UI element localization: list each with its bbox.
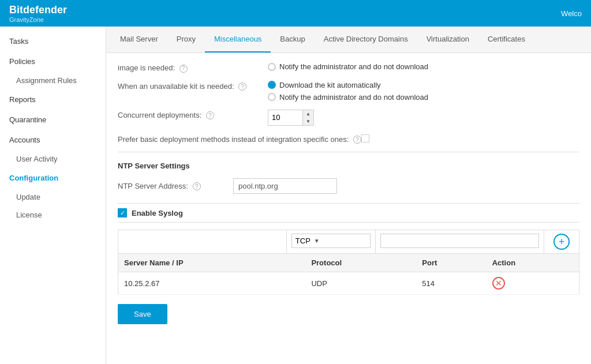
- syslog-add-row: TCP ▼ +: [118, 230, 579, 254]
- prefer-basic-label: Prefer basic deployment methods instead …: [118, 134, 361, 144]
- tabs-bar: Mail Server Proxy Miscellaneous Backup A…: [106, 27, 591, 53]
- download-auto-label: Download the kit automatically: [279, 81, 381, 89]
- save-button[interactable]: Save: [118, 304, 167, 324]
- enable-syslog-row: ✓ Enable Syslog: [118, 203, 579, 223]
- col-port: Port: [416, 254, 486, 272]
- table-row: 10.25.2.67 UDP 514 ✕: [118, 272, 579, 295]
- radio-notify-2[interactable]: [268, 93, 276, 101]
- sidebar: Tasks Policies Assignment Rules Reports …: [0, 27, 106, 364]
- col-server-ip: Server Name / IP: [118, 254, 306, 272]
- tab-proxy[interactable]: Proxy: [167, 27, 205, 52]
- syslog-port-add-cell: [376, 230, 544, 253]
- ntp-server-row: NTP Server Address: ?: [118, 178, 579, 194]
- row-server-ip: 10.25.2.67: [118, 272, 306, 295]
- tab-active-directory[interactable]: Active Directory Domains: [315, 27, 417, 52]
- ntp-section-title: NTP Server Settings: [118, 162, 579, 170]
- row-protocol: UDP: [305, 272, 416, 295]
- sidebar-item-update[interactable]: Update: [0, 188, 106, 206]
- unavailable-image-row: image is needed: ? Notify the administra…: [118, 62, 579, 73]
- concurrent-deployments-row: Concurrent deployments: ? ▲ ▼: [118, 110, 579, 126]
- syslog-label: Enable Syslog: [132, 209, 183, 217]
- sidebar-item-user-activity[interactable]: User Activity: [0, 150, 106, 168]
- prefer-basic-checkbox[interactable]: [361, 134, 369, 142]
- sidebar-item-policies[interactable]: Policies: [0, 51, 106, 72]
- tab-backup[interactable]: Backup: [271, 27, 314, 52]
- form-content: image is needed: ? Notify the administra…: [106, 53, 591, 364]
- row-action: ✕: [487, 272, 579, 295]
- brand-sub: GravityZone: [9, 16, 67, 23]
- concurrent-deployments-label: Concurrent deployments: ?: [118, 110, 268, 120]
- section-divider-ntp: [118, 152, 579, 152]
- notify-no-download-2-label: Notify the administrator and do not down…: [279, 93, 428, 102]
- spinner-down[interactable]: ▼: [303, 118, 313, 125]
- tab-mail-server[interactable]: Mail Server: [111, 27, 167, 52]
- col-action: Action: [487, 254, 579, 272]
- notify-no-download-1-option[interactable]: Notify the administrator and do not down…: [268, 62, 428, 71]
- prefer-basic-checkbox-wrapper[interactable]: [361, 134, 369, 142]
- image-controls: Notify the administrator and do not down…: [268, 62, 428, 71]
- syslog-protocol-add-cell: TCP ▼: [287, 230, 376, 253]
- spinner-up[interactable]: ▲: [303, 110, 313, 118]
- unavailable-image-label: image is needed: ?: [118, 62, 268, 73]
- help-icon-kit[interactable]: ?: [238, 82, 246, 91]
- syslog-table-header: Server Name / IP Protocol Port Action: [118, 254, 579, 272]
- unavailable-kit-label: When an unavailable kit is needed: ?: [118, 81, 268, 91]
- help-icon-prefer[interactable]: ?: [353, 136, 361, 144]
- select-arrow-icon: ▼: [314, 238, 320, 244]
- tab-certificates[interactable]: Certificates: [478, 27, 534, 52]
- spinner-arrows: ▲ ▼: [302, 110, 314, 126]
- tab-virtualization[interactable]: Virtualization: [417, 27, 478, 52]
- ntp-server-input[interactable]: [233, 178, 337, 194]
- concurrent-deployments-spinner: ▲ ▼: [268, 110, 314, 126]
- prefer-basic-row: Prefer basic deployment methods instead …: [118, 134, 579, 144]
- sidebar-item-license[interactable]: License: [0, 206, 106, 224]
- help-icon-image[interactable]: ?: [179, 65, 188, 73]
- notify-no-download-2-option[interactable]: Notify the administrator and do not down…: [268, 93, 428, 102]
- help-icon-concurrent[interactable]: ?: [206, 111, 214, 119]
- kit-controls: Download the kit automatically Notify th…: [268, 81, 428, 102]
- sidebar-item-quarantine[interactable]: Quarantine: [0, 110, 106, 130]
- topbar: Bitdefender GravityZone Welco: [0, 0, 591, 27]
- welcome-text: Welco: [561, 9, 582, 18]
- radio-notify-1[interactable]: [268, 63, 276, 71]
- sidebar-item-tasks[interactable]: Tasks: [0, 31, 106, 51]
- concurrent-deployments-input[interactable]: [268, 110, 302, 126]
- delete-row-button[interactable]: ✕: [492, 277, 505, 290]
- syslog-server-add-cell: [118, 230, 287, 253]
- ntp-server-label: NTP Server Address: ?: [118, 182, 233, 191]
- brand: Bitdefender GravityZone: [9, 4, 67, 23]
- download-auto-option[interactable]: Download the kit automatically: [268, 81, 428, 89]
- col-protocol: Protocol: [305, 254, 416, 272]
- tab-miscellaneous[interactable]: Miscellaneous: [205, 27, 271, 52]
- sidebar-item-configuration[interactable]: Configuration: [0, 168, 106, 188]
- unavailable-kit-row: When an unavailable kit is needed: ? Dow…: [118, 81, 579, 102]
- syslog-checkbox[interactable]: ✓: [118, 208, 127, 217]
- brand-name: Bitdefender: [9, 4, 67, 16]
- sidebar-item-assignment-rules[interactable]: Assignment Rules: [0, 72, 106, 89]
- syslog-protocol-value: TCP: [296, 237, 311, 245]
- content-area: Mail Server Proxy Miscellaneous Backup A…: [106, 27, 591, 364]
- syslog-action-add-cell: +: [544, 230, 579, 253]
- syslog-add-button[interactable]: +: [553, 234, 570, 250]
- row-port: 514: [416, 272, 486, 295]
- radio-download-auto[interactable]: [268, 81, 276, 89]
- syslog-protocol-select[interactable]: TCP ▼: [291, 234, 371, 248]
- syslog-port-input[interactable]: [380, 234, 539, 248]
- sidebar-item-reports[interactable]: Reports: [0, 89, 106, 110]
- help-icon-ntp[interactable]: ?: [193, 182, 201, 190]
- notify-no-download-1-label: Notify the administrator and do not down…: [279, 62, 428, 71]
- sidebar-item-accounts[interactable]: Accounts: [0, 130, 106, 150]
- syslog-table: Server Name / IP Protocol Port Action 10…: [118, 254, 579, 295]
- main-layout: Tasks Policies Assignment Rules Reports …: [0, 27, 591, 364]
